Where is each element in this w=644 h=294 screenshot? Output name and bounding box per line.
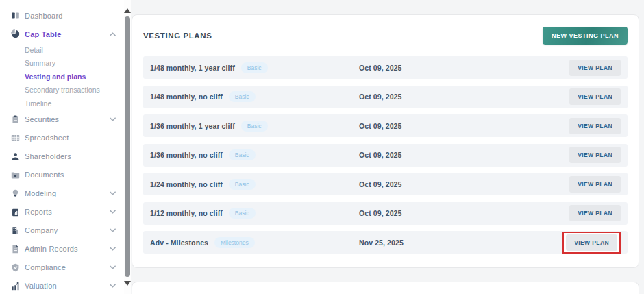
view-plan-button[interactable]: VIEW PLAN [566, 234, 617, 251]
chevron-down-icon [110, 265, 116, 269]
sidebar-subitem-label: Summary [25, 59, 55, 67]
sidebar-item-compliance[interactable]: Compliance [0, 258, 124, 277]
valuation-icon [11, 282, 20, 291]
new-vesting-plan-button[interactable]: NEW VESTING PLAN [543, 27, 628, 45]
scroll-down-arrow[interactable] [124, 281, 131, 286]
vesting-plan-row: 1/48 monthly, 1 year cliff Basic Oct 09,… [143, 56, 628, 79]
sidebar-item-label: Valuation [25, 282, 57, 290]
company-icon [11, 226, 20, 235]
plan-name: 1/24 monthly, no cliff [150, 180, 223, 188]
admin-records-icon [11, 245, 20, 254]
chevron-down-icon [110, 284, 116, 288]
sidebar-item-reports[interactable]: Reports [0, 203, 124, 221]
vesting-plan-row: 1/48 monthly, no cliff Basic Oct 09, 202… [143, 86, 628, 108]
sidebar-item-label: Reports [25, 208, 52, 216]
sidebar-item-detail[interactable]: Detail [0, 43, 124, 57]
main-content: VESTING PLANS NEW VESTING PLAN 1/48 mont… [131, 0, 644, 294]
sidebar-item-admin-records[interactable]: Admin Records [0, 240, 124, 258]
plan-type-badge: Milestones [214, 237, 255, 248]
sidebar-item-dashboard[interactable]: Dashboard [0, 6, 124, 25]
sidebar-item-label: Admin Records [25, 245, 78, 253]
plan-name: 1/36 monthly, no cliff [150, 151, 223, 159]
plan-name: 1/36 monthly, 1 year cliff [150, 122, 235, 130]
vesting-plan-row: 1/24 monthly, no cliff Basic Oct 09, 202… [143, 173, 628, 195]
sidebar-item-spreadsheet[interactable]: Spreadsheet [0, 129, 124, 147]
shareholders-icon [11, 152, 20, 161]
sidebar-item-timeline[interactable]: Timeline [0, 97, 124, 110]
scroll-up-arrow[interactable] [124, 8, 131, 13]
sidebar-item-label: Shareholders [25, 152, 71, 160]
plan-name-cell: Adv - Milestones Milestones [150, 237, 359, 248]
annotation-highlight-box: VIEW PLAN [562, 232, 621, 254]
plan-name-cell: 1/36 monthly, 1 year cliff Basic [150, 121, 359, 132]
plan-name-cell: 1/24 monthly, no cliff Basic [150, 179, 359, 190]
chevron-up-icon [110, 32, 116, 36]
chevron-down-icon [110, 117, 116, 121]
sidebar-item-label: Documents [25, 171, 64, 179]
vesting-plan-row: 1/12 monthly, no cliff Basic Oct 09, 202… [143, 202, 628, 225]
sidebar-item-label: Company [25, 226, 58, 234]
sidebar-item-shareholders[interactable]: Shareholders [0, 147, 124, 166]
plan-date: Oct 09, 2025 [359, 151, 569, 159]
chevron-down-icon [110, 228, 116, 232]
plan-type-badge: Basic [241, 121, 268, 132]
plan-date: Oct 09, 2025 [359, 122, 569, 130]
sidebar-item-securities[interactable]: Securities [0, 110, 124, 129]
sidebar-item-cap-table[interactable]: Cap Table [0, 25, 124, 43]
securities-icon [11, 115, 20, 124]
view-plan-button[interactable]: VIEW PLAN [569, 118, 621, 134]
sidebar-item-vesting-and-plans[interactable]: Vesting and plans [0, 70, 124, 84]
plan-date: Oct 09, 2025 [359, 93, 569, 101]
page-scrollbar[interactable] [124, 0, 131, 294]
sidebar-item-valuation[interactable]: Valuation [0, 277, 124, 294]
sidebar-item-label: Modeling [25, 189, 56, 197]
vesting-plan-row: 1/36 monthly, no cliff Basic Oct 09, 202… [143, 144, 628, 167]
cap-table-icon [11, 29, 20, 38]
sidebar-item-label: Securities [25, 115, 59, 123]
sidebar-item-label: Spreadsheet [25, 134, 69, 142]
compliance-icon [11, 263, 20, 272]
sidebar-item-label: Compliance [25, 263, 66, 271]
sidebar-item-label: Cap Table [25, 30, 62, 38]
sidebar-item-summary[interactable]: Summary [0, 57, 124, 71]
plan-date: Oct 09, 2025 [359, 209, 569, 217]
chevron-down-icon [110, 191, 116, 195]
sidebar-item-documents[interactable]: Documents [0, 166, 124, 184]
plan-name-cell: 1/48 monthly, 1 year cliff Basic [150, 62, 359, 73]
vesting-plans-card: VESTING PLANS NEW VESTING PLAN 1/48 mont… [132, 14, 639, 268]
plan-name: Adv - Milestones [150, 238, 208, 247]
sidebar-subitem-label: Secondary transactions [25, 86, 100, 94]
plan-type-badge: Basic [229, 149, 256, 160]
view-plan-button[interactable]: VIEW PLAN [569, 176, 621, 193]
view-plan-button[interactable]: VIEW PLAN [569, 88, 621, 105]
card-header: VESTING PLANS NEW VESTING PLAN [143, 15, 628, 56]
view-plan-button[interactable]: VIEW PLAN [569, 60, 621, 76]
plan-type-badge: Basic [229, 179, 256, 190]
view-plan-button[interactable]: VIEW PLAN [569, 147, 621, 163]
sidebar-item-secondary-transactions[interactable]: Secondary transactions [0, 84, 124, 97]
plan-type-badge: Basic [229, 208, 256, 219]
scrollbar-thumb[interactable] [125, 16, 130, 277]
chevron-down-icon [110, 210, 116, 214]
dashboard-icon [11, 11, 20, 20]
plan-name: 1/48 monthly, no cliff [150, 93, 223, 101]
chevron-down-icon [110, 247, 116, 251]
plan-date: Oct 09, 2025 [359, 180, 569, 188]
sidebar: Dashboard Cap Table Detail Summary Vesti… [0, 0, 124, 294]
plan-type-badge: Basic [229, 91, 256, 102]
modeling-icon [11, 189, 20, 198]
plan-type-badge: Basic [241, 62, 268, 73]
secondary-card [132, 282, 639, 294]
plan-name-cell: 1/36 monthly, no cliff Basic [150, 149, 359, 160]
plan-name: 1/12 monthly, no cliff [150, 209, 223, 217]
documents-icon [11, 171, 20, 180]
sidebar-subitem-label: Detail [25, 46, 43, 54]
plan-name-cell: 1/12 monthly, no cliff Basic [150, 208, 359, 219]
sidebar-item-modeling[interactable]: Modeling [0, 184, 124, 203]
vesting-plan-row: 1/36 monthly, 1 year cliff Basic Oct 09,… [143, 114, 628, 137]
plan-name: 1/48 monthly, 1 year cliff [150, 64, 235, 72]
spreadsheet-icon [11, 134, 20, 143]
reports-icon [11, 208, 20, 217]
sidebar-item-company[interactable]: Company [0, 221, 124, 240]
view-plan-button[interactable]: VIEW PLAN [569, 205, 621, 221]
